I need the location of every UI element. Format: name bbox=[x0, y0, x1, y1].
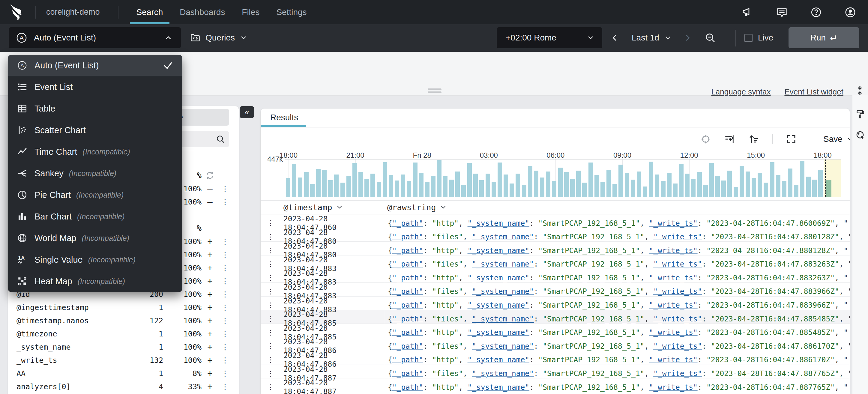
viz-option-pie-chart[interactable]: Pie Chart(Incompatible) bbox=[8, 184, 182, 206]
editor-resize-handle[interactable] bbox=[428, 89, 441, 94]
json-key[interactable]: "_system_name" bbox=[468, 383, 530, 392]
timezone-select[interactable]: +02:00 Rome bbox=[497, 27, 602, 48]
json-key[interactable]: "_write_ts" bbox=[649, 328, 698, 337]
json-key[interactable]: "_path" bbox=[392, 383, 423, 392]
viz-option-sankey[interactable]: Sankey(Incompatible) bbox=[8, 163, 182, 184]
column-header-rawstring[interactable]: @rawstring bbox=[384, 203, 850, 212]
add-field-button[interactable]: + bbox=[202, 329, 218, 339]
table-row[interactable]: ⋮2023-04-28 18:04:47.883{"_path": "http"… bbox=[261, 269, 850, 283]
row-menu-kebab[interactable]: ⋮ bbox=[261, 383, 280, 391]
json-key[interactable]: "_write_ts" bbox=[653, 369, 702, 378]
add-field-button[interactable]: + bbox=[202, 263, 218, 273]
row-menu-kebab[interactable]: ⋮ bbox=[261, 260, 280, 268]
json-key[interactable]: "_path" bbox=[392, 355, 423, 364]
json-key[interactable]: "_write_ts" bbox=[649, 246, 698, 255]
time-back-button[interactable] bbox=[609, 27, 621, 48]
row-menu-kebab[interactable]: ⋮ bbox=[261, 328, 280, 337]
field-menu-kebab[interactable]: ⋮ bbox=[218, 343, 231, 352]
json-key[interactable]: "_path" bbox=[392, 260, 423, 268]
crosshair-icon[interactable] bbox=[700, 134, 711, 144]
json-key[interactable]: "_write_ts" bbox=[649, 273, 698, 282]
add-field-button[interactable]: + bbox=[202, 368, 218, 379]
field-menu-kebab[interactable]: ⋮ bbox=[218, 369, 231, 378]
nav-tab-dashboards[interactable]: Dashboards bbox=[171, 0, 234, 24]
table-row[interactable]: ⋮2023-04-28 18:04:47.860{"_path": "http"… bbox=[261, 215, 850, 228]
row-menu-kebab[interactable]: ⋮ bbox=[261, 315, 280, 323]
row-menu-kebab[interactable]: ⋮ bbox=[261, 369, 280, 378]
visualization-select[interactable]: A Auto (Event List) bbox=[9, 27, 181, 48]
field-menu-kebab[interactable]: ⋮ bbox=[218, 290, 231, 299]
json-key[interactable]: "_path" bbox=[392, 328, 423, 337]
add-field-button[interactable]: + bbox=[202, 289, 218, 299]
table-row[interactable]: ⋮2023-04-28 18:04:47.883{"_path": "files… bbox=[261, 283, 850, 297]
field-menu-kebab[interactable]: ⋮ bbox=[218, 330, 231, 338]
json-key[interactable]: "_path" bbox=[392, 246, 423, 255]
live-toggle[interactable]: Live bbox=[744, 27, 773, 48]
viz-option-time-chart[interactable]: Time Chart(Incompatible) bbox=[8, 141, 182, 163]
json-key[interactable]: "_system_name" bbox=[472, 315, 534, 323]
save-button[interactable]: Save bbox=[823, 134, 850, 144]
json-key[interactable]: "_system_name" bbox=[472, 287, 534, 296]
json-key[interactable]: "_system_name" bbox=[472, 342, 534, 351]
announcements-icon[interactable] bbox=[742, 7, 753, 18]
table-row[interactable]: ⋮2023-04-28 18:04:47.883{"_path": "files… bbox=[261, 256, 850, 269]
table-row[interactable]: ⋮2023-04-28 18:04:47.886{"_path": "files… bbox=[261, 337, 850, 351]
json-key[interactable]: "_system_name" bbox=[468, 355, 530, 364]
json-key[interactable]: "_write_ts" bbox=[649, 355, 698, 364]
run-button[interactable]: Run ↵ bbox=[788, 27, 859, 48]
json-key[interactable]: "_write_ts" bbox=[653, 260, 702, 268]
fullscreen-icon[interactable] bbox=[786, 134, 797, 144]
table-row[interactable]: ⋮2023-04-28 18:04:47.885{"_path": "http"… bbox=[261, 324, 850, 338]
table-row[interactable]: ⋮2023-04-28 18:04:47.880{"_path": "http"… bbox=[261, 242, 850, 256]
json-key[interactable]: "_path" bbox=[392, 301, 423, 309]
viz-option-heat-map[interactable]: Heat Map(Incompatible) bbox=[8, 270, 182, 292]
json-key[interactable]: "_path" bbox=[392, 273, 423, 282]
json-key[interactable]: "_write_ts" bbox=[653, 232, 702, 241]
field-menu-kebab[interactable]: ⋮ bbox=[218, 198, 231, 206]
json-key[interactable]: "_write_ts" bbox=[649, 301, 698, 309]
field-menu-kebab[interactable]: ⋮ bbox=[218, 250, 231, 259]
add-field-button[interactable]: + bbox=[202, 355, 218, 365]
corelight-logo[interactable] bbox=[8, 4, 26, 21]
json-key[interactable]: "_path" bbox=[392, 342, 423, 351]
language-syntax-link[interactable]: Language syntax bbox=[711, 87, 771, 97]
field-menu-kebab[interactable]: ⋮ bbox=[218, 303, 231, 312]
collapse-fields-panel-button[interactable]: « bbox=[240, 106, 254, 118]
workspace-name[interactable]: corelight-demo bbox=[46, 7, 100, 17]
viz-option-scatter-chart[interactable]: Scatter Chart bbox=[8, 119, 182, 141]
table-row[interactable]: ⋮2023-04-28 18:04:47.883{"_path": "http"… bbox=[261, 297, 850, 310]
viz-option-auto-event-list[interactable]: AAuto (Event List) bbox=[8, 55, 182, 76]
sort-ascending-icon[interactable] bbox=[748, 134, 759, 144]
add-field-button[interactable]: + bbox=[202, 236, 218, 247]
json-key[interactable]: "_system_name" bbox=[472, 369, 534, 378]
row-menu-kebab[interactable]: ⋮ bbox=[261, 233, 280, 241]
json-key[interactable]: "_system_name" bbox=[468, 328, 530, 337]
row-menu-kebab[interactable]: ⋮ bbox=[261, 246, 280, 255]
table-row[interactable]: ⋮2023-04-28 18:04:47.880{"_path": "files… bbox=[261, 228, 850, 242]
add-field-button[interactable]: + bbox=[202, 276, 218, 286]
json-key[interactable]: "_write_ts" bbox=[653, 315, 702, 323]
json-key[interactable]: "_system_name" bbox=[468, 219, 530, 228]
tab-results[interactable]: Results bbox=[270, 113, 298, 122]
time-range-select[interactable]: Last 1d bbox=[630, 27, 674, 48]
field-menu-kebab[interactable]: ⋮ bbox=[218, 382, 231, 391]
table-row[interactable]: ⋮2023-04-28 18:04:47.887{"_path": "http"… bbox=[261, 379, 850, 392]
field-menu-kebab[interactable]: ⋮ bbox=[218, 185, 231, 193]
remove-field-button[interactable]: — bbox=[202, 184, 218, 194]
viz-option-world-map[interactable]: World Map(Incompatible) bbox=[8, 227, 182, 249]
viz-option-bar-chart[interactable]: Bar Chart(Incompatible) bbox=[8, 206, 182, 227]
field-menu-kebab[interactable]: ⋮ bbox=[218, 264, 231, 272]
add-field-button[interactable]: + bbox=[202, 342, 218, 352]
field-menu-kebab[interactable]: ⋮ bbox=[218, 277, 231, 286]
help-icon[interactable] bbox=[810, 7, 822, 18]
row-menu-kebab[interactable]: ⋮ bbox=[261, 356, 280, 364]
json-key[interactable]: "_write_ts" bbox=[649, 219, 698, 228]
row-menu-kebab[interactable]: ⋮ bbox=[261, 301, 280, 309]
json-key[interactable]: "_path" bbox=[392, 315, 423, 323]
nav-tab-files[interactable]: Files bbox=[234, 0, 268, 24]
json-key[interactable]: "_system_name" bbox=[472, 232, 534, 241]
refresh-fields-icon[interactable] bbox=[202, 171, 218, 180]
field-menu-kebab[interactable]: ⋮ bbox=[218, 237, 231, 246]
table-row[interactable]: ⋮2023-04-28 18:04:47.888{"_path": "files… bbox=[261, 392, 850, 394]
queries-button[interactable]: Queries bbox=[190, 27, 247, 48]
